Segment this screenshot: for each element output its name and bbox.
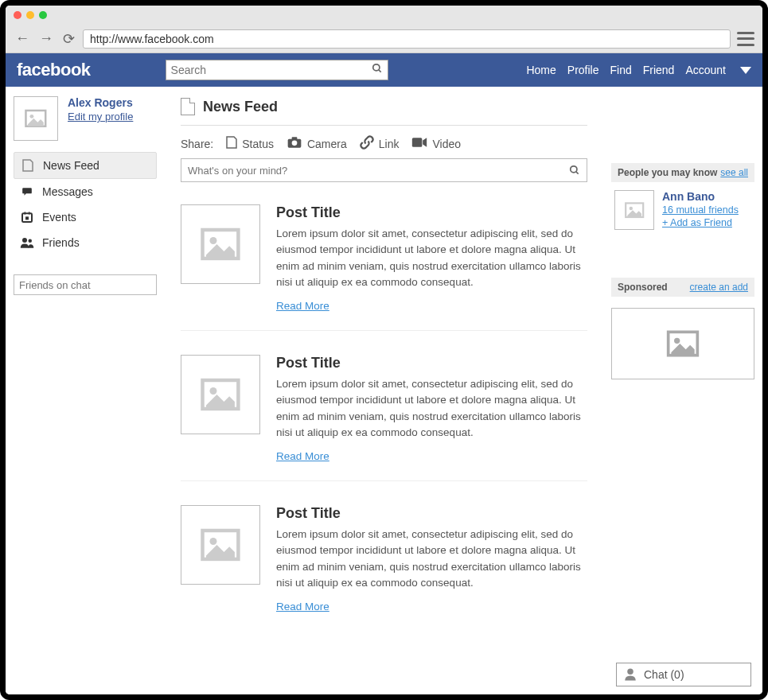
sidebar-item-friends[interactable]: Friends xyxy=(14,230,157,255)
post-body: Lorem ipsum dolor sit amet, consectetur … xyxy=(276,376,587,441)
post-thumbnail[interactable] xyxy=(181,505,260,585)
post-title: Post Title xyxy=(276,204,587,221)
share-camera[interactable]: Camera xyxy=(287,136,347,151)
document-icon xyxy=(21,158,35,173)
share-link[interactable]: Link xyxy=(360,135,400,152)
search-icon xyxy=(569,165,580,176)
link-icon xyxy=(360,135,374,152)
close-window-button[interactable] xyxy=(14,11,21,19)
add-friend-link[interactable]: + Add as Friend xyxy=(662,217,739,228)
feed-header: News Feed xyxy=(181,98,587,126)
svg-point-23 xyxy=(210,538,217,545)
global-search[interactable] xyxy=(166,60,388,80)
composer-input[interactable] xyxy=(188,165,569,177)
svg-rect-13 xyxy=(292,137,298,139)
chat-icon xyxy=(20,185,34,199)
logo[interactable]: facebook xyxy=(17,60,91,80)
sponsored-header: Sponsored create an add xyxy=(611,278,754,297)
post-title: Post Title xyxy=(276,355,587,371)
post-body: Lorem ipsum dolor sit amet, consectetur … xyxy=(276,226,587,290)
svg-point-9 xyxy=(29,239,33,243)
document-icon xyxy=(226,136,237,151)
feed-post: Post Title Lorem ipsum dolor sit amet, c… xyxy=(181,204,587,331)
feed-post: Post Title Lorem ipsum dolor sit amet, c… xyxy=(181,355,587,481)
suggestion-name[interactable]: Ann Bano xyxy=(662,190,739,203)
svg-point-8 xyxy=(22,238,27,243)
maximize-window-button[interactable] xyxy=(39,11,47,19)
svg-point-28 xyxy=(627,669,634,675)
sidebar-item-messages[interactable]: Messages xyxy=(14,179,157,204)
suggestion-avatar[interactable] xyxy=(614,190,654,230)
forward-button[interactable]: → xyxy=(37,30,55,47)
svg-point-27 xyxy=(674,338,680,344)
reload-button[interactable]: ⟳ xyxy=(61,30,76,48)
image-icon xyxy=(665,326,700,361)
svg-point-3 xyxy=(30,115,34,119)
url-text: http://www.facebook.com xyxy=(90,33,214,45)
svg-rect-7 xyxy=(25,216,29,220)
account-dropdown-icon[interactable] xyxy=(740,67,751,74)
pymk-title: People you may know xyxy=(618,167,717,178)
nav-find[interactable]: Find xyxy=(610,64,631,76)
read-more-link[interactable]: Read More xyxy=(276,450,329,462)
sponsored-title: Sponsored xyxy=(618,282,668,293)
svg-point-16 xyxy=(571,166,577,173)
sidebar-item-newsfeed[interactable]: News Feed xyxy=(14,152,157,179)
nav-friend[interactable]: Friend xyxy=(643,64,675,76)
nav-home[interactable]: Home xyxy=(526,64,556,76)
friend-suggestion: Ann Bano 16 mutual friends + Add as Frie… xyxy=(611,182,754,246)
svg-point-0 xyxy=(372,64,379,71)
svg-rect-5 xyxy=(25,212,25,214)
sponsored-ad[interactable] xyxy=(611,308,754,379)
see-all-link[interactable]: see all xyxy=(720,167,748,178)
svg-line-17 xyxy=(576,172,579,174)
back-button[interactable]: ← xyxy=(14,30,31,47)
search-icon[interactable] xyxy=(372,63,383,77)
sidebar-item-label: Friends xyxy=(42,236,80,249)
main-feed: News Feed Share: Status Camera Link xyxy=(165,87,603,694)
left-sidebar: Alex Rogers Edit my profile News Feed Me… xyxy=(6,87,165,694)
window-titlebar xyxy=(6,6,762,25)
sidebar-item-label: Messages xyxy=(42,185,93,198)
read-more-link[interactable]: Read More xyxy=(276,300,329,312)
profile-name[interactable]: Alex Rogers xyxy=(68,96,133,109)
sidebar-nav: News Feed Messages Events Friends xyxy=(14,152,157,255)
mutual-friends-link[interactable]: 16 mutual friends xyxy=(662,204,739,216)
post-thumbnail[interactable] xyxy=(181,204,260,284)
camera-icon xyxy=(287,136,302,151)
people-icon xyxy=(20,235,34,250)
svg-rect-6 xyxy=(29,212,29,214)
svg-point-14 xyxy=(292,141,298,146)
url-bar[interactable]: http://www.facebook.com xyxy=(83,29,731,49)
share-video[interactable]: Video xyxy=(411,137,461,150)
chat-search[interactable] xyxy=(14,274,157,295)
video-icon xyxy=(411,137,427,150)
right-column: People you may know see all Ann Bano 16 … xyxy=(603,87,762,694)
feed-post: Post Title Lorem ipsum dolor sit amet, c… xyxy=(181,505,587,631)
nav-profile[interactable]: Profile xyxy=(567,64,599,76)
read-more-link[interactable]: Read More xyxy=(276,601,329,612)
edit-profile-link[interactable]: Edit my profile xyxy=(68,111,133,122)
person-icon xyxy=(623,667,637,682)
svg-line-1 xyxy=(378,70,380,72)
chat-dock-label: Chat (0) xyxy=(644,668,684,681)
avatar[interactable] xyxy=(14,96,58,141)
sidebar-item-label: Events xyxy=(42,211,76,224)
chat-dock[interactable]: Chat (0) xyxy=(616,663,751,686)
nav-account[interactable]: Account xyxy=(685,64,726,76)
create-ad-link[interactable]: create an add xyxy=(690,282,748,293)
document-icon xyxy=(181,98,195,115)
search-input[interactable] xyxy=(171,64,372,76)
chat-search-input[interactable] xyxy=(19,279,153,291)
post-thumbnail[interactable] xyxy=(181,355,260,434)
menu-button[interactable] xyxy=(737,32,754,46)
composer[interactable] xyxy=(181,158,587,182)
sidebar-item-label: News Feed xyxy=(43,159,99,172)
calendar-icon xyxy=(20,210,34,224)
pymk-header: People you may know see all xyxy=(611,163,754,182)
minimize-window-button[interactable] xyxy=(26,11,34,19)
svg-point-25 xyxy=(629,207,632,210)
sidebar-item-events[interactable]: Events xyxy=(14,204,157,230)
share-status[interactable]: Status xyxy=(226,136,274,151)
svg-rect-15 xyxy=(412,138,423,147)
